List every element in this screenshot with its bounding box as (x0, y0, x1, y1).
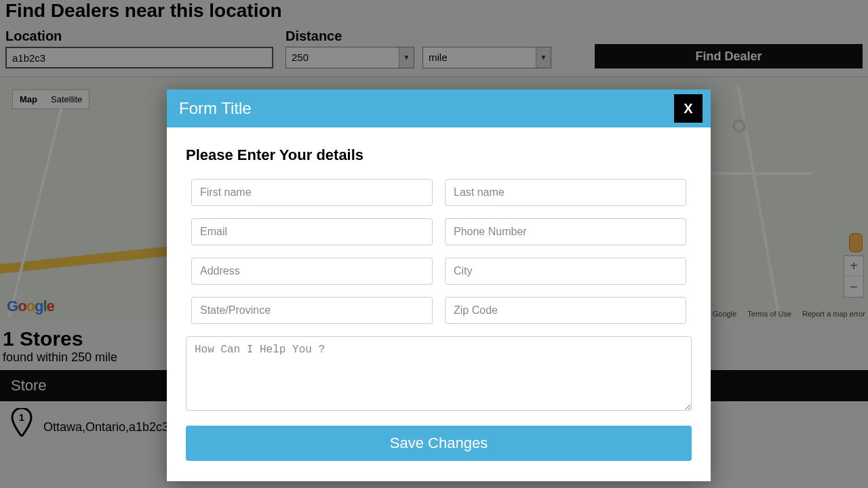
phone-input[interactable] (445, 218, 686, 245)
city-input[interactable] (445, 258, 686, 285)
zip-input[interactable] (445, 297, 686, 324)
modal-subtitle: Please Enter Your details (186, 146, 692, 164)
first-name-input[interactable] (191, 179, 433, 206)
modal-header: Form Title X (167, 89, 711, 127)
modal-title: Form Title (179, 99, 252, 118)
address-input[interactable] (191, 258, 433, 285)
last-name-input[interactable] (445, 179, 686, 206)
modal-body: Please Enter Your details Save Changes (167, 127, 711, 481)
message-textarea[interactable] (186, 336, 692, 411)
email-input[interactable] (191, 218, 433, 245)
close-button[interactable]: X (674, 94, 703, 123)
save-changes-button[interactable]: Save Changes (186, 426, 692, 461)
state-input[interactable] (191, 297, 433, 324)
contact-form-modal: Form Title X Please Enter Your details S… (167, 89, 711, 481)
form-grid (186, 179, 692, 324)
